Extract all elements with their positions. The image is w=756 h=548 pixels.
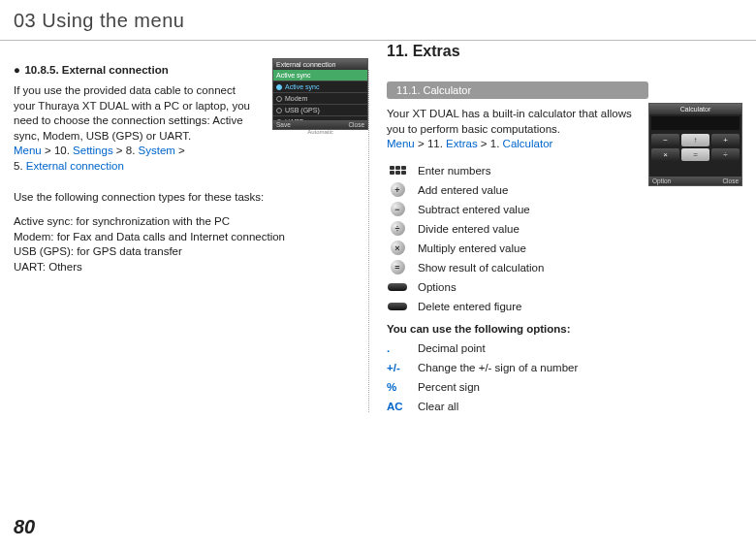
calculator-link: Calculator	[503, 138, 553, 149]
phone-screenshot-calculator: Calculator − ↑ + × = ÷ Option Close	[648, 103, 742, 186]
calc-key: ×	[651, 148, 679, 161]
left-column: ● 10.8.5. External connection If you use…	[0, 41, 368, 412]
para-text: Your XT DUAL has a built-in calculator t…	[387, 108, 632, 135]
func-label: Subtract entered value	[418, 204, 530, 215]
func-label: Options	[418, 281, 457, 293]
para-text: If you use the provided data cable to co…	[14, 84, 250, 142]
calc-key: −	[651, 134, 679, 146]
softkey-icon	[387, 300, 408, 313]
equals-icon: =	[387, 261, 408, 274]
func-label: Divide entered value	[418, 223, 520, 235]
paragraph-external-connection: If you use the provided data cable to co…	[14, 83, 251, 174]
screen-title: External connection	[273, 59, 367, 70]
paragraph-calculator: Your XT DUAL has a built-in calculator t…	[387, 107, 639, 152]
subsection-pill-calculator: 11.1. Calculator	[387, 81, 648, 99]
sep: > 10.	[42, 145, 73, 156]
calc-screen-title: Calculator	[649, 104, 741, 114]
option-desc: Clear all	[418, 401, 458, 412]
func-label: Delete entered figure	[418, 301, 521, 312]
option-sign: +/- Change the +/- sign of a number	[387, 362, 742, 373]
multiply-icon: ×	[387, 242, 408, 255]
types-intro: Use the following connection types for t…	[14, 191, 368, 203]
type-usb: USB (GPS): for GPS data transfer	[14, 244, 368, 260]
func-label: Add entered value	[418, 184, 508, 196]
calc-key: ÷	[711, 148, 740, 161]
sep: > 1.	[478, 138, 503, 149]
func-subtract: − Subtract entered value	[387, 203, 742, 216]
right-column: 11. Extras 11.1. Calculator Your XT DUAL…	[368, 70, 756, 412]
calc-display	[651, 116, 740, 130]
extras-link: Extras	[446, 138, 478, 149]
type-uart: UART: Others	[14, 260, 368, 275]
func-equals: = Show result of calculation	[387, 261, 742, 274]
minus-icon: −	[387, 203, 408, 216]
header-title: 03 Using the menu	[14, 10, 756, 32]
ext-conn-link: External connection	[26, 160, 124, 172]
option-symbol: +/-	[387, 362, 408, 373]
calc-keypad: − ↑ + × = ÷	[649, 132, 741, 163]
option-symbol: .	[387, 342, 408, 354]
func-label: Enter numbers	[418, 165, 490, 177]
calc-softkey-close: Close	[722, 177, 739, 184]
subsection-title: 10.8.5. External connection	[24, 64, 168, 76]
screen-option-active-sync: Active sync	[273, 81, 367, 93]
option-desc: Percent sign	[418, 381, 480, 393]
screen-softkey-save: Save	[276, 121, 291, 128]
func-options: Options	[387, 280, 742, 294]
func-divide: ÷ Divide entered value	[387, 222, 742, 236]
option-clear: AC Clear all	[387, 401, 742, 412]
softkey-icon	[387, 280, 408, 294]
screen-automatic: Automatic	[273, 128, 367, 136]
radio-on-icon	[276, 84, 282, 90]
screen-subheader: Active sync	[273, 70, 367, 81]
page-number: 80	[14, 516, 35, 538]
option-decimal: . Decimal point	[387, 342, 742, 354]
option-symbol: AC	[387, 401, 408, 412]
content-area: ● 10.8.5. External connection If you use…	[0, 41, 756, 412]
calc-key: +	[711, 134, 740, 146]
option-desc: Change the +/- sign of a number	[418, 362, 578, 373]
keypad-icon	[387, 164, 408, 177]
sep: >	[175, 145, 185, 156]
settings-link: Settings	[73, 145, 113, 156]
menu-link: Menu	[14, 145, 42, 156]
phone-screenshot-external-connection: External connection Active sync Active s…	[272, 58, 368, 130]
option-percent: % Percent sign	[387, 381, 742, 393]
divide-icon: ÷	[387, 222, 408, 236]
bullet-icon: ●	[14, 64, 20, 76]
screen-footer: Save Close	[273, 120, 367, 129]
screen-option-usb: USB (GPS)	[273, 105, 367, 116]
options-heading: You can use the following options:	[387, 323, 742, 335]
type-modem: Modem: for Fax and Data calls and Intern…	[14, 230, 368, 245]
radio-icon	[276, 108, 282, 113]
calc-footer: Option Close	[649, 177, 741, 185]
option-desc: Decimal point	[418, 342, 486, 354]
func-label: Show result of calculation	[418, 262, 544, 274]
types-list: Active sync: for synchronization with th…	[14, 214, 368, 274]
func-label: Multiply entered value	[418, 242, 526, 254]
menu-link: Menu	[387, 138, 415, 149]
sep: > 8.	[113, 145, 139, 156]
plus-icon: +	[387, 183, 408, 197]
func-multiply: × Multiply entered value	[387, 242, 742, 255]
page-header: 03 Using the menu	[0, 0, 756, 40]
screen-softkey-close: Close	[348, 121, 364, 128]
calc-key: ↑	[681, 134, 709, 146]
type-active-sync: Active sync: for synchronization with th…	[14, 214, 368, 230]
sep: > 11.	[415, 138, 446, 149]
calc-key: =	[681, 148, 709, 161]
system-link: System	[139, 145, 175, 156]
func-delete: Delete entered figure	[387, 300, 742, 313]
option-symbol: %	[387, 381, 408, 393]
five: 5.	[14, 160, 26, 172]
section-title-extras: 11. Extras	[387, 43, 460, 60]
radio-icon	[276, 96, 282, 102]
calc-softkey-option: Option	[652, 177, 671, 184]
screen-option-modem: Modem	[273, 93, 367, 105]
